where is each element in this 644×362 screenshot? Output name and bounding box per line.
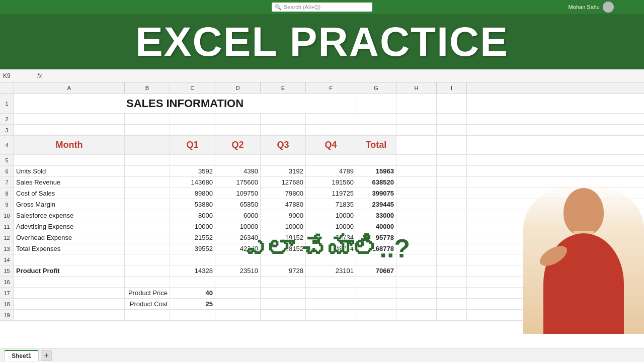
cell-11-E[interactable]: 10000 — [261, 221, 306, 232]
cell-2-C[interactable] — [170, 114, 215, 124]
cell-5-A[interactable] — [14, 155, 125, 165]
cell-9-H[interactable] — [396, 199, 437, 210]
cell-12-C[interactable]: 21552 — [170, 232, 215, 243]
cell-12-I[interactable] — [437, 232, 467, 243]
cell-12-E[interactable]: 19152 — [261, 232, 306, 243]
cell-11-H[interactable] — [396, 221, 437, 232]
cell-9-total[interactable]: 239445 — [356, 199, 396, 210]
cell-18-A[interactable] — [14, 299, 125, 309]
col-header-B[interactable]: B — [125, 82, 170, 93]
cell-18-D[interactable] — [215, 299, 261, 309]
cell-10-I[interactable] — [437, 210, 467, 221]
cell-11-D[interactable]: 10000 — [215, 221, 261, 232]
cell-19-B[interactable] — [125, 310, 170, 320]
cell-13-B[interactable] — [125, 243, 170, 254]
cell-7-D[interactable]: 175600 — [215, 177, 261, 188]
cell-12-F[interactable]: 28734 — [306, 232, 356, 243]
cell-4-B[interactable] — [125, 136, 170, 154]
cell-18-value[interactable]: 25 — [170, 299, 215, 309]
cell-12-total[interactable]: 95778 — [356, 232, 396, 243]
search-box[interactable]: 🔍 Search (Alt+Q) — [272, 3, 372, 12]
cell-10-E[interactable]: 9000 — [261, 210, 306, 221]
cell-2-F[interactable] — [306, 114, 356, 124]
cell-3-I[interactable] — [437, 125, 467, 135]
cell-2-H[interactable] — [396, 114, 437, 124]
cell-16-B[interactable] — [125, 277, 170, 287]
col-header-A[interactable]: A — [14, 82, 125, 93]
cell-18-label[interactable]: Product Cost — [125, 299, 170, 309]
cell-9-I[interactable] — [437, 199, 467, 210]
cell-14-I[interactable] — [437, 254, 467, 265]
cell-3-H[interactable] — [396, 125, 437, 135]
cell-6-F[interactable]: 4789 — [306, 166, 356, 176]
cell-15-D[interactable]: 23510 — [215, 265, 261, 276]
cell-19-G[interactable] — [356, 310, 396, 320]
q1-header-cell[interactable]: Q1 — [170, 136, 215, 154]
cell-10-label[interactable]: Salesforce expense — [14, 210, 125, 221]
cell-12-B[interactable] — [125, 232, 170, 243]
cell-15-E[interactable]: 9728 — [261, 265, 306, 276]
cell-4-I[interactable] — [437, 136, 467, 154]
cell-12-H[interactable] — [396, 232, 437, 243]
cell-18-H[interactable] — [396, 299, 437, 309]
cell-6-B[interactable] — [125, 166, 170, 176]
cell-18-I[interactable] — [437, 299, 467, 309]
cell-9-label[interactable]: Gross Margin — [14, 199, 125, 210]
col-header-E[interactable]: E — [261, 82, 306, 93]
cell-15-label[interactable]: Product Profit — [14, 265, 125, 276]
q3-header-cell[interactable]: Q3 — [261, 136, 306, 154]
cell-11-I[interactable] — [437, 221, 467, 232]
cell-7-B[interactable] — [125, 177, 170, 188]
name-box[interactable]: K9 — [3, 72, 33, 79]
cell-14-G[interactable] — [356, 254, 396, 265]
cell-5-E[interactable] — [261, 155, 306, 165]
month-header-cell[interactable]: Month — [14, 136, 125, 154]
cell-11-C[interactable]: 10000 — [170, 221, 215, 232]
cell-13-total[interactable]: 168778 — [356, 243, 396, 254]
cell-5-H[interactable] — [396, 155, 437, 165]
q4-header-cell[interactable]: Q4 — [306, 136, 356, 154]
cell-6-H[interactable] — [396, 166, 437, 176]
cell-13-C[interactable]: 39552 — [170, 243, 215, 254]
cell-19-C[interactable] — [170, 310, 215, 320]
col-header-H[interactable]: H — [396, 82, 437, 93]
col-header-I[interactable]: I — [437, 82, 467, 93]
cell-6-E[interactable]: 3192 — [261, 166, 306, 176]
cell-19-D[interactable] — [215, 310, 261, 320]
cell-16-G[interactable] — [356, 277, 396, 287]
cell-17-G[interactable] — [356, 288, 396, 298]
cell-7-E[interactable]: 127680 — [261, 177, 306, 188]
cell-13-E[interactable]: 38152 — [261, 243, 306, 254]
cell-7-F[interactable]: 191560 — [306, 177, 356, 188]
cell-15-total[interactable]: 70667 — [356, 265, 396, 276]
cell-10-total[interactable]: 33000 — [356, 210, 396, 221]
cell-8-B[interactable] — [125, 188, 170, 199]
cell-2-I[interactable] — [437, 114, 467, 124]
cell-8-F[interactable]: 119725 — [306, 188, 356, 199]
cell-14-D[interactable] — [215, 254, 261, 265]
cell-15-H[interactable] — [396, 265, 437, 276]
cell-2-A[interactable] — [14, 114, 125, 124]
cell-10-D[interactable]: 6000 — [215, 210, 261, 221]
cell-2-E[interactable] — [261, 114, 306, 124]
cell-17-I[interactable] — [437, 288, 467, 298]
cell-15-I[interactable] — [437, 265, 467, 276]
cell-17-E[interactable] — [261, 288, 306, 298]
cell-3-E[interactable] — [261, 125, 306, 135]
cell-10-B[interactable] — [125, 210, 170, 221]
cell-18-E[interactable] — [261, 299, 306, 309]
q2-header-cell[interactable]: Q2 — [215, 136, 261, 154]
cell-7-total[interactable]: 638520 — [356, 177, 396, 188]
cell-7-label[interactable]: Sales Revenue — [14, 177, 125, 188]
cell-10-C[interactable]: 8000 — [170, 210, 215, 221]
cell-14-H[interactable] — [396, 254, 437, 265]
cell-16-F[interactable] — [306, 277, 356, 287]
cell-12-D[interactable]: 26340 — [215, 232, 261, 243]
cell-12-label[interactable]: Overhead Expense — [14, 232, 125, 243]
cell-8-H[interactable] — [396, 188, 437, 199]
add-sheet-button[interactable]: + — [41, 350, 52, 361]
cell-6-D[interactable]: 4390 — [215, 166, 261, 176]
cell-1-H[interactable] — [396, 94, 437, 113]
cell-19-H[interactable] — [396, 310, 437, 320]
cell-9-F[interactable]: 71835 — [306, 199, 356, 210]
